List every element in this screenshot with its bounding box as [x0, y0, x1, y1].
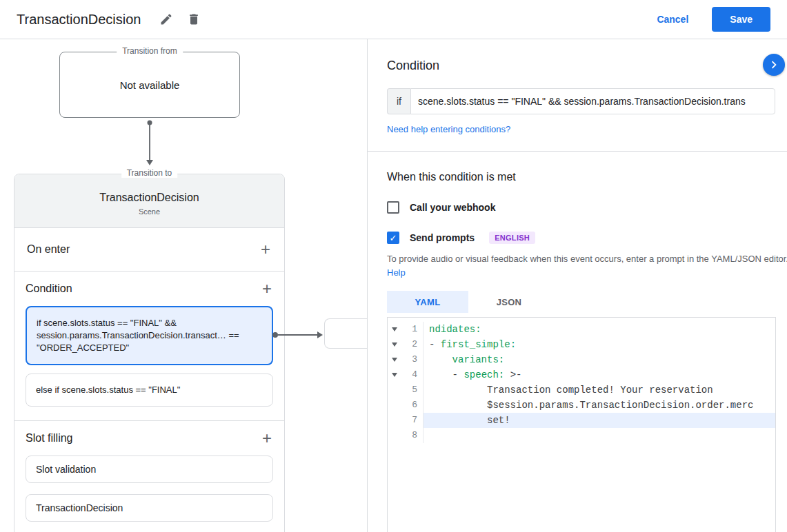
editor-line: 6 $session.params.TransactionDecision.or… — [388, 398, 775, 413]
line-number: 4 — [401, 367, 423, 382]
transition-to-label: Transition to — [121, 168, 178, 178]
yaml-editor[interactable]: 1 ndidates: 2 - first_simple: 3 variants… — [387, 317, 776, 532]
code-line[interactable]: ndidates: — [424, 322, 775, 337]
code-line[interactable]: - speech: >- — [424, 367, 775, 382]
code-line[interactable]: $session.params.TransactionDecision.orde… — [424, 398, 775, 413]
slot-item[interactable]: Slot validation — [26, 456, 273, 483]
fold-arrow-icon[interactable] — [388, 327, 401, 331]
condition-item[interactable]: if scene.slots.status == "FINAL" && sess… — [26, 306, 273, 365]
scene-name: TransactionDecision — [99, 192, 199, 204]
tab-yaml[interactable]: YAML — [387, 291, 468, 313]
line-number: 5 — [401, 382, 423, 398]
pencil-icon — [159, 12, 173, 26]
send-prompts-label: Send prompts — [410, 232, 475, 243]
app-header: TransactionDecision Cancel Save — [0, 0, 787, 39]
plus-icon: + — [261, 240, 270, 258]
plus-icon: + — [262, 279, 272, 298]
scene-card-header[interactable]: TransactionDecision Scene — [14, 174, 284, 228]
prompt-description: To provide audio or visual feedback when… — [387, 252, 787, 280]
editor-line: 5 Transaction completed! Your reservatio… — [388, 382, 775, 398]
slot-item[interactable]: TransactionDecision — [26, 494, 273, 522]
editor-line: 1 ndidates: — [388, 322, 775, 337]
tab-json[interactable]: JSON — [468, 291, 550, 313]
save-button[interactable]: Save — [712, 7, 770, 32]
add-slot-button[interactable]: + — [261, 431, 273, 445]
transition-from-card: Transition from Not available — [59, 52, 240, 118]
on-enter-label: On enter — [27, 243, 70, 256]
send-prompts-checkbox[interactable]: ✓ — [387, 232, 399, 244]
language-badge: ENGLISH — [489, 232, 535, 244]
code-line[interactable]: variants: — [424, 352, 775, 367]
condition-heading: Condition — [387, 59, 787, 73]
transition-from-value: Not available — [120, 79, 180, 91]
page-title: TransactionDecision — [17, 12, 141, 28]
panel-collapse-button[interactable] — [763, 54, 785, 76]
trash-icon — [187, 12, 201, 26]
scene-graph-panel: Transition from Not available Transition… — [0, 39, 368, 532]
slot-filling-label: Slot filling — [26, 432, 72, 444]
target-scene-node[interactable] — [324, 318, 368, 349]
transition-from-label: Transition from — [117, 46, 183, 56]
editor-line: 4 - speech: >- — [388, 367, 775, 382]
slot-filling-section: Slot filling + Slot validation Transacti… — [14, 421, 284, 532]
condition-input-row: if — [387, 88, 775, 114]
line-number: 7 — [401, 413, 423, 428]
line-number: 8 — [401, 428, 423, 443]
webhook-label: Call your webhook — [410, 202, 495, 213]
conditions-help-link[interactable]: Need help entering conditions? — [387, 124, 510, 134]
code-line[interactable]: - first_simple: — [424, 337, 775, 352]
code-line[interactable] — [424, 428, 775, 443]
line-number: 3 — [401, 352, 423, 367]
add-condition-button[interactable]: + — [261, 282, 273, 296]
editor-line: 7 set! — [388, 413, 775, 428]
section-divider — [368, 151, 787, 152]
webhook-checkbox[interactable] — [387, 201, 399, 214]
help-link[interactable]: Help — [387, 267, 406, 278]
line-number: 1 — [401, 322, 423, 337]
delete-scene-button[interactable] — [183, 9, 204, 30]
scene-type: Scene — [139, 207, 160, 216]
fold-arrow-icon[interactable] — [388, 373, 401, 377]
condition-item[interactable]: else if scene.slots.status == "FINAL" — [26, 374, 273, 407]
line-number: 2 — [401, 337, 423, 352]
add-on-enter-button[interactable]: + — [259, 243, 272, 256]
plus-icon: + — [262, 429, 272, 447]
condition-section: Condition + if scene.slots.status == "FI… — [14, 272, 284, 421]
transition-to-card: Transition to TransactionDecision Scene … — [14, 174, 285, 532]
fold-arrow-icon[interactable] — [388, 342, 401, 347]
edit-scene-button[interactable] — [156, 9, 177, 30]
code-line-highlighted[interactable]: set! — [424, 413, 775, 428]
editor-line: 2 - first_simple: — [388, 337, 775, 352]
fold-arrow-icon[interactable] — [388, 358, 401, 362]
editor-line: 8 — [388, 428, 775, 443]
check-icon: ✓ — [390, 233, 397, 243]
when-met-heading: When this condition is met — [387, 171, 787, 183]
cancel-button[interactable]: Cancel — [651, 10, 694, 29]
condition-detail-panel: Condition if Need help entering conditio… — [368, 39, 787, 532]
if-chip: if — [387, 88, 410, 114]
code-line[interactable]: Transaction completed! Your reservation — [424, 382, 775, 398]
condition-input[interactable] — [410, 88, 775, 114]
editor-line: 3 variants: — [388, 352, 775, 367]
condition-section-label: Condition — [26, 283, 72, 295]
line-number: 6 — [401, 398, 423, 413]
main-content: Transition from Not available Transition… — [0, 39, 787, 532]
on-enter-row: On enter + — [14, 228, 284, 272]
chevron-right-icon — [766, 57, 781, 72]
editor-tabs: YAML JSON — [387, 291, 787, 313]
